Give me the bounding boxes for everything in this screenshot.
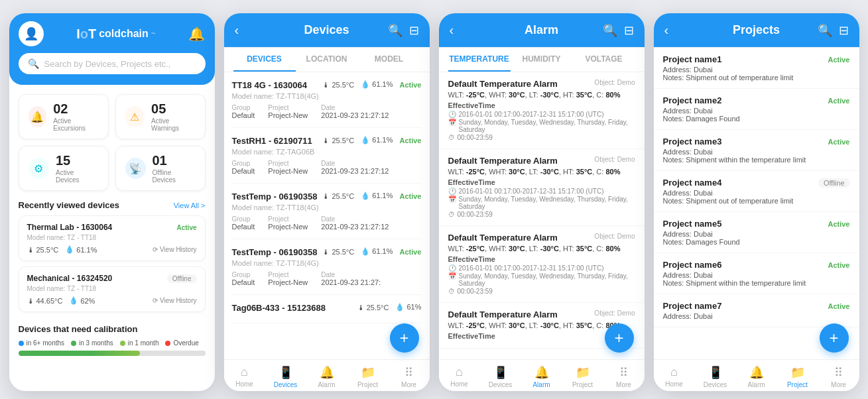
legend-overdue: Overdue [165,339,198,347]
alarm-back-button[interactable]: ‹ [450,23,454,38]
list-item[interactable]: TestTemp - 06190358 🌡 25.5°C 💧 61.1% Act… [232,184,422,239]
tab-temperature[interactable]: TEMPERATURE [448,48,511,72]
add-device-fab[interactable]: + [390,323,419,353]
project-icon: 📁 [361,365,375,380]
nav-alarm-alarm[interactable]: 🔔 Alarm [521,365,562,388]
active-devices-count: 15 [56,153,99,168]
nav-more[interactable]: ⠿ More [389,365,430,388]
project-name-3: Project name3 [663,137,722,146]
add-project-fab[interactable]: + [820,323,849,353]
projects-header: ‹ Projects 🔍 ⊟ [654,13,859,48]
project-notes-2: Notes: Damages Found [663,115,850,123]
home-icon: ⌂ [241,365,248,379]
project-item-5[interactable]: Project name5 Active Address: Dubai Note… [654,212,859,253]
nav-devices[interactable]: 📱 Devices [265,365,306,388]
nav-home[interactable]: ⌂ Home [224,365,265,388]
view-history-1[interactable]: ⟳ View History [153,246,196,253]
nav-more-label: More [401,381,416,388]
project-item-2[interactable]: Project name2 Active Address: Dubai Note… [654,89,859,130]
calibration-section: Devices that need calibration in 6+ mont… [9,324,215,361]
nav-devices-proj[interactable]: 📱 Devices [695,365,736,388]
project-address-4: Address: Dubai [663,189,850,197]
device-name-1: Thermal Lab - 1630064 [27,223,113,232]
notification-bell-icon[interactable]: 🔔 [188,26,205,42]
project-item-3[interactable]: Project name3 Active Address: Dubai Note… [654,130,859,171]
nav-more-alarm[interactable]: ⠿ More [603,365,645,388]
nav-home-label: Home [450,380,468,388]
active-devices-label: Active Devices [56,169,99,184]
back-button[interactable]: ‹ [235,23,239,38]
alarm-effective-2: EffectiveTime [448,178,635,186]
nav-project-alarm[interactable]: 📁 Project [562,365,603,388]
view-history-2[interactable]: ⟳ View History [153,297,196,304]
nav-project[interactable]: 📁 Project [347,365,389,388]
project-status-4: Offline [818,178,850,188]
project-name-6: Project name6 [663,260,722,270]
nav-more-proj[interactable]: ⠿ More [818,365,859,388]
nav-devices-alarm[interactable]: 📱 Devices [480,365,521,388]
list-item[interactable]: TestRH1 - 62190711 🌡 25.5°C 💧 61.1% Acti… [232,128,422,184]
alarm-filter-icon[interactable]: ⊟ [624,23,634,38]
tab-voltage[interactable]: VOLTAGE [573,48,635,72]
alarm-time2-2: 📅 Sunday, Monday, Tuesday, Wednesday, Th… [448,196,635,210]
search-bar[interactable]: 🔍 Search by Devices, Projects etc., [19,53,206,74]
project-item-6[interactable]: Project name6 Active Address: Dubai Note… [654,253,859,294]
device-temp-2: 🌡 44.65°C [27,296,63,305]
filter-icon[interactable]: ⊟ [409,23,419,38]
project-status-5: Active [828,220,849,228]
alarm-item-3[interactable]: Default Temperature Alarm Object: Demo W… [439,226,645,303]
tab-humidity[interactable]: HUMIDITY [511,48,573,72]
recent-device-1[interactable]: Thermal Lab - 1630064 Active Model name:… [19,215,206,261]
nav-more-label: More [831,381,846,388]
nav-home-label: Home [665,380,683,388]
projects-list: Project name1 Active Address: Dubai Note… [654,48,859,359]
nav-home-proj[interactable]: ⌂ Home [654,365,695,388]
projects-back-button[interactable]: ‹ [664,23,669,38]
view-all-link[interactable]: View All > [174,201,206,209]
active-devices-icon: ⚙ [29,158,49,179]
add-alarm-fab[interactable]: + [605,323,634,353]
alarm-search-icon[interactable]: 🔍 [603,23,617,38]
excursions-label: Active Excursions [53,117,98,132]
nav-home-label: Home [235,380,253,388]
list-item[interactable]: TT18 4G - 1630064 🌡 25.5°C 💧 61.1% Activ… [232,72,422,128]
list-item[interactable]: Tag06B-433 - 15123688 🌡 25.5°C 💧 61% [232,295,422,323]
nav-alarm-label: Alarm [532,381,550,388]
tab-model[interactable]: MODEL [358,48,420,72]
device-list-model: Model name: TZ-TT18(4G) [232,203,422,211]
nav-alarm[interactable]: 🔔 Alarm [306,365,347,388]
project-item-1[interactable]: Project name1 Active Address: Dubai Note… [654,48,859,89]
list-item[interactable]: TestTemp - 06190358 🌡 25.5°C 💧 61.1% Act… [232,239,422,295]
nav-devices-label: Devices [704,381,727,388]
alarm-item-2[interactable]: Default Temperature Alarm Object: Demo W… [439,149,645,226]
stat-offline-devices[interactable]: 📡 01 Offline Devices [115,146,206,191]
stat-active-devices[interactable]: ⚙ 15 Active Devices [19,146,109,191]
nav-devices-label: Devices [489,381,513,388]
tab-location[interactable]: LOCATION [296,48,358,72]
alarm-time1-3: 🕐 2016-01-01 00:17:00-2017-12-31 15:17:0… [448,264,635,272]
stat-warnings[interactable]: ⚠ 05 Active Warnings [115,94,206,139]
device-list-model: Model name: TZ-TAG06B [232,148,422,156]
calibration-legend: in 6+ months in 3 months in 1 month Over… [19,339,206,347]
projects-filter-icon[interactable]: ⊟ [839,23,849,38]
nav-home-alarm[interactable]: ⌂ Home [439,365,480,388]
alarm-effective-3: EffectiveTime [448,255,635,263]
search-icon[interactable]: 🔍 [388,23,403,38]
avatar[interactable]: 👤 [19,21,44,46]
device-list-name: TestTemp - 06190358 [232,247,318,257]
devices-list: TT18 4G - 1630064 🌡 25.5°C 💧 61.1% Activ… [224,72,430,359]
tab-devices[interactable]: DEVICES [233,48,296,72]
stat-excursions[interactable]: 🔔 02 Active Excursions [19,94,109,139]
device-list-metrics: 🌡 25.5°C 💧 61.1% Active [322,192,421,200]
nav-project-proj[interactable]: 📁 Project [777,365,818,388]
project-item-4[interactable]: Project name4 Offline Address: Dubai Not… [654,171,859,212]
legend-1month: in 1 month [120,339,159,347]
alarm-item-1[interactable]: Default Temperature Alarm Object: Demo W… [439,72,645,149]
projects-search-icon[interactable]: 🔍 [818,23,832,38]
project-name-4: Project name4 [663,178,722,188]
nav-alarm-proj[interactable]: 🔔 Alarm [736,365,777,388]
recent-device-2[interactable]: Mechanical - 16324520 Offline Model name… [19,266,206,312]
project-item-7[interactable]: Project name7 Active Address: Dubai [654,294,859,327]
alarm-params-2: WLT: -25°C, WHT: 30°C, LT: -30°C, HT: 35… [448,168,635,176]
alarm-time3-3: ⏱ 00:00-23:59 [448,288,635,295]
